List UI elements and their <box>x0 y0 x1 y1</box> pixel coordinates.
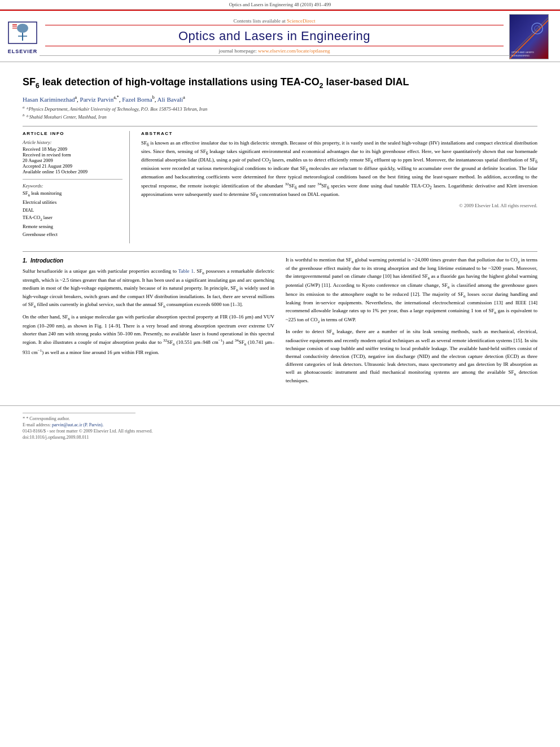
table1-ref[interactable]: Table 1 <box>178 268 194 274</box>
revised-label: Received in revised form <box>23 152 123 158</box>
history-label: Article history: <box>23 139 123 145</box>
body-col2-p2: In order to detect SF6 leakage, there ar… <box>286 328 537 385</box>
author-parvin: Parviz Parvin <box>80 96 114 103</box>
affiliations: a ᵃ Physics Department, Amirkabir Univer… <box>23 105 537 120</box>
corresponding-star: * <box>23 416 25 421</box>
author-borna: Fazel Borna <box>122 96 152 103</box>
revised-date: 20 August 2009 <box>23 158 123 163</box>
footer-divider <box>23 413 135 413</box>
keyword-3: DIAL <box>23 207 123 215</box>
contents-line: Contents lists available at ScienceDirec… <box>40 18 509 24</box>
affiliation-a: a ᵃ Physics Department, Amirkabir Univer… <box>23 105 537 113</box>
keyword-1: SF6 leak monitoring <box>23 190 123 199</box>
section1-heading: 1. Introduction <box>23 256 274 265</box>
info-abstract-section: ARTICLE INFO Article history: Received 1… <box>23 126 537 243</box>
keywords-block: Keywords: SF6 leak monitoring Electrical… <box>23 183 123 238</box>
keyword-5: Remote sensing <box>23 223 123 231</box>
cover-art-icon: OPTICS AND LASERS IN ENGINEERING <box>510 14 548 59</box>
corresponding-author-note: * * Corresponding author. <box>23 416 537 421</box>
journal-title-bar: Optics and Lasers in Engineering <box>45 25 504 46</box>
doi-line: doi:10.1016/j.optlaseng.2009.08.011 <box>23 435 537 440</box>
authors-line: Hasan Kariminezhada, Parviz Parvina,*, F… <box>23 95 537 103</box>
author-bavali: Ali Bavali <box>158 96 183 103</box>
body-col-left: 1. Introduction Sulfur hexafluoride is a… <box>23 256 274 389</box>
affiliation-b: b ᵇ Shahid Motahari Center, Mashhad, Ira… <box>23 113 537 121</box>
section1-title-text: Introduction <box>30 257 63 264</box>
journal-title-text: Optics and Lasers in Engineering <box>178 29 370 43</box>
email-note: E-mail address: parvin@aut.ac.ir (P. Par… <box>23 422 537 427</box>
body-col2-p1: It is worthful to mention that SF6 globa… <box>286 256 537 325</box>
page-info-line: Optics and Lasers in Engineering 48 (201… <box>0 0 560 10</box>
header-center: Contents lists available at ScienceDirec… <box>40 18 509 56</box>
abstract-heading: ABSTRACT <box>141 131 537 136</box>
svg-text:OPTICS AND LASERS: OPTICS AND LASERS <box>511 51 534 54</box>
body-col1-p1: Sulfur hexafluoride is a unique gas with… <box>23 268 274 310</box>
abstract-col: ABSTRACT SF6 is known as an effective in… <box>141 131 537 243</box>
received-date: Received 18 May 2009 <box>23 146 123 152</box>
sciencedirect-link[interactable]: ScienceDirect <box>287 18 315 24</box>
homepage-url[interactable]: www.elsevier.com/locate/optlaseng <box>258 48 330 54</box>
article-history: Article history: Received 18 May 2009 Re… <box>23 139 123 174</box>
copyright-line: © 2009 Elsevier Ltd. All rights reserved… <box>141 203 537 208</box>
divider-1 <box>23 179 123 180</box>
author-kariminezhad: Hasan Kariminezhad <box>23 96 75 103</box>
page-footer: * * Corresponding author. E-mail address… <box>0 405 560 444</box>
accepted-date: Accepted 21 August 2009 <box>23 163 123 169</box>
body-col-right: It is worthful to mention that SF6 globa… <box>286 256 537 389</box>
article-title: SF6 leak detection of high-voltage insta… <box>23 76 537 90</box>
journal-cover-image: OPTICS AND LASERS IN ENGINEERING <box>509 14 549 59</box>
available-date: Available online 15 October 2009 <box>23 169 123 174</box>
issn-line: 0143-8166/$ - see front matter © 2009 El… <box>23 429 537 434</box>
journal-header: ELSEVIER Contents lists available at Sci… <box>0 10 560 62</box>
keywords-label: Keywords: <box>23 183 123 189</box>
elsevier-logo: ELSEVIER <box>6 19 40 54</box>
abstract-text: SF6 is known as an effective insulator d… <box>141 139 537 199</box>
keyword-2: Electrical utilities <box>23 199 123 207</box>
body-col1-p2: On the other hand, SF6 is a unique molec… <box>23 313 274 357</box>
author-email[interactable]: parvin@aut.ac.ir (P. Parvin). <box>52 422 103 427</box>
article-info-col: ARTICLE INFO Article history: Received 1… <box>23 131 130 243</box>
keyword-4: TEA-CO2 laser <box>23 214 123 223</box>
article-body: 1. Introduction Sulfur hexafluoride is a… <box>23 251 537 389</box>
keywords-list: SF6 leak monitoring Electrical utilities… <box>23 190 123 238</box>
svg-text:IN ENGINEERING: IN ENGINEERING <box>511 54 530 57</box>
journal-homepage-line: journal homepage: www.elsevier.com/locat… <box>40 46 509 56</box>
elsevier-wordmark: ELSEVIER <box>8 49 38 54</box>
elsevier-logo-icon <box>6 19 40 47</box>
journal-cover: OPTICS AND LASERS IN ENGINEERING <box>509 14 554 59</box>
body-two-col: 1. Introduction Sulfur hexafluoride is a… <box>23 256 537 389</box>
article-info-heading: ARTICLE INFO <box>23 131 123 136</box>
main-content: SF6 leak detection of high-voltage insta… <box>0 62 560 394</box>
svg-point-1 <box>17 24 28 33</box>
keyword-6: Greenhouse effect <box>23 231 123 239</box>
